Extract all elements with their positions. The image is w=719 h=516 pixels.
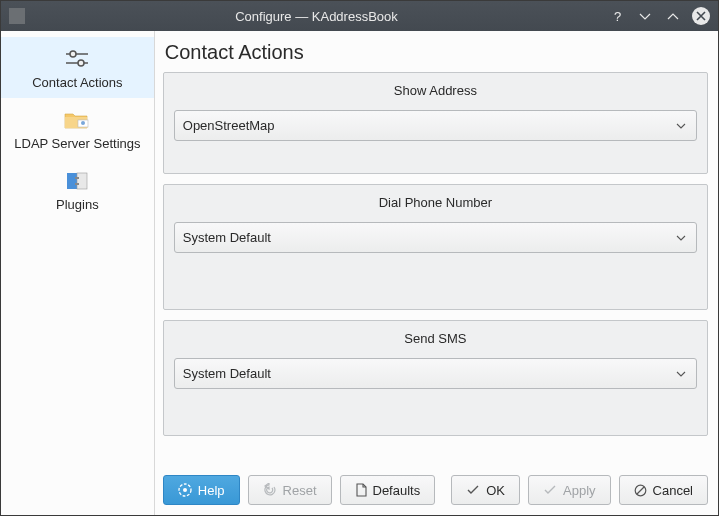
plugin-icon — [61, 169, 93, 193]
reset-button[interactable]: Reset — [248, 475, 332, 505]
group-title: Dial Phone Number — [164, 185, 707, 222]
button-label: Apply — [563, 483, 596, 498]
minimize-button[interactable] — [636, 7, 654, 25]
button-label: OK — [486, 483, 505, 498]
button-row: Help Reset Defaults — [163, 463, 708, 505]
button-label: Cancel — [653, 483, 693, 498]
sidebar-item-label: Plugins — [56, 197, 99, 212]
window-title: Configure — KAddressBook — [25, 9, 608, 24]
svg-point-2 — [70, 51, 76, 57]
help-button[interactable]: Help — [163, 475, 240, 505]
combo-value: System Default — [183, 230, 271, 245]
sidebar-item-label: LDAP Server Settings — [14, 136, 140, 151]
help-icon — [178, 483, 192, 497]
document-revert-icon — [355, 483, 367, 497]
button-label: Reset — [283, 483, 317, 498]
button-label: Help — [198, 483, 225, 498]
maximize-button[interactable] — [664, 7, 682, 25]
svg-point-4 — [78, 60, 84, 66]
help-titlebar-button[interactable]: ? — [608, 7, 626, 25]
sidebar-item-label: Contact Actions — [32, 75, 122, 90]
close-button[interactable] — [692, 7, 710, 25]
send-sms-combo[interactable]: System Default — [174, 358, 697, 389]
svg-rect-8 — [77, 173, 87, 189]
chevron-down-icon — [676, 235, 686, 241]
group-title: Send SMS — [164, 321, 707, 358]
ok-button[interactable]: OK — [451, 475, 520, 505]
undo-icon — [263, 483, 277, 497]
sidebar: Contact Actions LDAP Server Settings — [1, 31, 155, 515]
group-send-sms: Send SMS System Default — [163, 320, 708, 436]
titlebar: Configure — KAddressBook ? — [1, 1, 718, 31]
svg-text:?: ? — [614, 9, 621, 23]
svg-rect-7 — [67, 173, 77, 189]
apply-button[interactable]: Apply — [528, 475, 611, 505]
chevron-down-icon — [676, 371, 686, 377]
check-icon — [543, 484, 557, 496]
dial-phone-combo[interactable]: System Default — [174, 222, 697, 253]
svg-rect-9 — [75, 177, 79, 179]
main-panel: Contact Actions Show Address OpenStreetM… — [155, 31, 718, 515]
show-address-combo[interactable]: OpenStreetMap — [174, 110, 697, 141]
svg-point-6 — [81, 121, 85, 125]
sidebar-item-plugins[interactable]: Plugins — [1, 159, 154, 220]
button-label: Defaults — [373, 483, 421, 498]
group-show-address: Show Address OpenStreetMap — [163, 72, 708, 174]
sidebar-item-contact-actions[interactable]: Contact Actions — [1, 37, 154, 98]
folder-network-icon — [61, 108, 93, 132]
page-title: Contact Actions — [163, 39, 708, 72]
svg-point-12 — [183, 488, 187, 492]
chevron-down-icon — [676, 123, 686, 129]
window-controls: ? — [608, 7, 718, 25]
combo-value: System Default — [183, 366, 271, 381]
svg-line-14 — [637, 487, 644, 494]
svg-rect-10 — [75, 183, 79, 185]
configure-window: Configure — KAddressBook ? — [0, 0, 719, 516]
dialog-body: Contact Actions LDAP Server Settings — [1, 31, 718, 515]
app-icon — [9, 8, 25, 24]
combo-value: OpenStreetMap — [183, 118, 275, 133]
cancel-button[interactable]: Cancel — [619, 475, 708, 505]
defaults-button[interactable]: Defaults — [340, 475, 436, 505]
content-area: Show Address OpenStreetMap Dial Phone Nu… — [163, 72, 708, 463]
cancel-icon — [634, 484, 647, 497]
sidebar-item-ldap[interactable]: LDAP Server Settings — [1, 98, 154, 159]
sliders-icon — [61, 47, 93, 71]
group-title: Show Address — [164, 73, 707, 110]
check-icon — [466, 484, 480, 496]
group-dial-phone: Dial Phone Number System Default — [163, 184, 708, 310]
